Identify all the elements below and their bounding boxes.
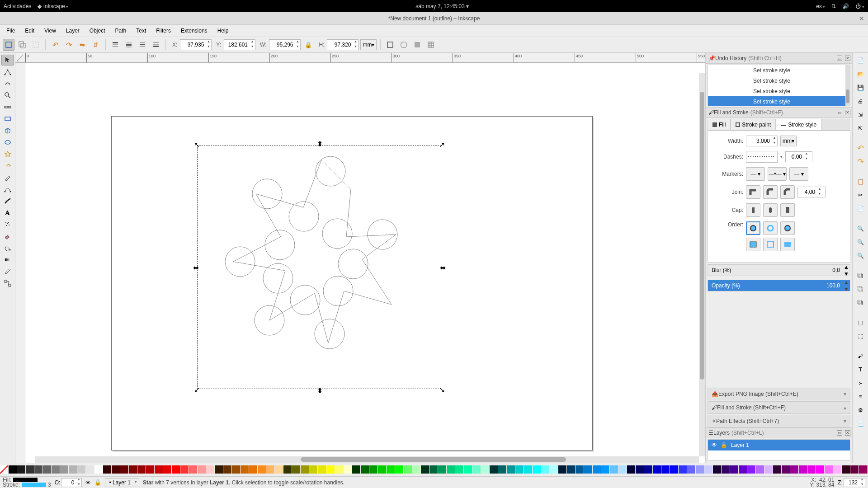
color-swatch[interactable] <box>86 465 94 474</box>
color-swatch[interactable] <box>163 465 171 474</box>
color-swatch[interactable] <box>223 465 231 474</box>
color-swatch[interactable] <box>292 465 300 474</box>
history-item[interactable]: Set stroke style <box>708 65 850 75</box>
pencil-tool[interactable] <box>1 172 14 183</box>
marker-end-select[interactable]: — ▾ <box>789 167 808 181</box>
text-tool[interactable]: A <box>1 207 14 218</box>
color-swatch[interactable] <box>661 465 670 474</box>
rotate-cw-button[interactable]: ↷ <box>63 39 75 51</box>
path-effects-panel[interactable]: ✧ Path Effects (Shift+Ctrl+7) <box>708 415 850 427</box>
color-swatch[interactable] <box>412 465 420 474</box>
print-button[interactable]: 🖨 <box>854 95 866 107</box>
color-swatch[interactable] <box>627 465 635 474</box>
fill-stroke-header[interactable]: 🖌 Fill and Stroke (Shift+Ctrl+F) ▭✕ <box>706 107 852 118</box>
panel-close-button[interactable]: ✕ <box>845 430 850 436</box>
w-input[interactable]: ▲▼ <box>269 39 301 50</box>
color-swatch[interactable] <box>215 465 223 474</box>
color-swatch[interactable] <box>687 465 695 474</box>
order-fms-button[interactable] <box>780 221 795 235</box>
color-swatch[interactable] <box>112 465 120 474</box>
ungroup-button[interactable]: ⬚ <box>854 330 866 342</box>
color-swatch[interactable] <box>301 465 309 474</box>
color-swatch[interactable] <box>541 465 549 474</box>
tweak-tool[interactable] <box>1 78 14 89</box>
color-swatch[interactable] <box>266 465 274 474</box>
redo-button[interactable]: ↷ <box>854 156 866 168</box>
dashes-select[interactable] <box>746 151 778 163</box>
opacity-slider[interactable]: Opacity (%) 100,0 ▲▼ <box>708 280 850 291</box>
color-swatch[interactable] <box>790 465 798 474</box>
history-item[interactable]: Set stroke style <box>708 75 850 86</box>
color-swatch[interactable] <box>670 465 678 474</box>
color-swatch[interactable] <box>404 465 412 474</box>
color-swatch[interactable] <box>507 465 515 474</box>
history-item[interactable]: Set stroke style <box>708 86 850 96</box>
group-button[interactable]: ⬚ <box>854 317 866 328</box>
join-round-button[interactable] <box>763 185 778 199</box>
bucket-tool[interactable] <box>1 243 14 253</box>
measure-tool[interactable] <box>1 102 14 113</box>
sel-handle-w[interactable]: ⬌ <box>193 264 199 271</box>
node-tool[interactable] <box>1 66 14 77</box>
lock-wh-button[interactable]: 🔒 <box>302 39 314 51</box>
color-swatch[interactable] <box>26 465 34 474</box>
rect-tool[interactable] <box>1 113 14 124</box>
color-swatch[interactable] <box>387 465 395 474</box>
color-swatch[interactable] <box>593 465 601 474</box>
keyboard-layout-indicator[interactable]: es <box>816 3 825 9</box>
color-swatch[interactable] <box>60 465 68 474</box>
order-smf-button[interactable] <box>763 238 778 251</box>
history-scrollbar[interactable] <box>845 65 850 106</box>
select-in-all-layers-button[interactable] <box>16 39 28 51</box>
color-swatch[interactable] <box>782 465 790 474</box>
layer-select[interactable]: • Layer 1 <box>105 478 139 487</box>
color-swatch[interactable] <box>644 465 652 474</box>
color-swatch[interactable] <box>704 465 712 474</box>
prefs-button[interactable]: ⚙ <box>854 404 866 416</box>
volume-icon[interactable]: 🔊 <box>842 3 849 9</box>
move-patterns-button[interactable] <box>425 39 437 51</box>
color-swatch[interactable] <box>232 465 240 474</box>
xml-editor-button[interactable]: ᚛ <box>854 377 866 389</box>
move-gradients-button[interactable] <box>411 39 423 51</box>
color-swatch[interactable] <box>318 465 326 474</box>
color-swatch[interactable] <box>447 465 455 474</box>
menu-object[interactable]: Object <box>85 26 110 36</box>
color-swatch[interactable] <box>352 465 360 474</box>
color-swatch[interactable] <box>601 465 609 474</box>
color-swatch[interactable] <box>679 465 687 474</box>
color-swatch[interactable] <box>189 465 197 474</box>
undo-history-header[interactable]: 📌 Undo History (Shift+Ctrl+H) ▭✕ <box>706 53 852 64</box>
open-button[interactable]: 📂 <box>854 68 866 80</box>
menu-filters[interactable]: Filters <box>151 26 175 36</box>
color-swatch[interactable] <box>326 465 335 474</box>
layer-name[interactable]: Layer 1 <box>731 442 749 448</box>
connector-tool[interactable] <box>1 278 14 289</box>
ellipse-tool[interactable] <box>1 137 14 148</box>
layers-header[interactable]: ☰ Layers (Shift+Ctrl+L) ▭✕ <box>706 427 852 438</box>
color-swatch[interactable] <box>816 465 824 474</box>
spiral-tool[interactable] <box>1 160 14 171</box>
color-swatch[interactable] <box>550 465 558 474</box>
color-swatch[interactable] <box>490 465 498 474</box>
color-swatch[interactable] <box>180 465 189 474</box>
color-swatch[interactable] <box>94 465 103 474</box>
menu-help[interactable]: Help <box>213 26 233 36</box>
scale-corners-button[interactable] <box>398 39 410 51</box>
order-mfs-button[interactable] <box>746 238 760 251</box>
cap-square-button[interactable] <box>780 203 795 217</box>
color-swatch[interactable] <box>155 465 163 474</box>
app-menu[interactable]: ◆ Inkscape <box>38 3 68 9</box>
copy-button[interactable]: 📋 <box>854 176 866 188</box>
menu-text[interactable]: Text <box>132 26 151 36</box>
layers-list[interactable]: 👁 🔓 Layer 1 <box>708 439 850 461</box>
stroke-width-input[interactable]: ▲▼ <box>746 136 778 146</box>
h-input[interactable]: ▲▼ <box>327 39 359 50</box>
window-close-button[interactable]: ✕ <box>859 15 864 22</box>
order-sfm-button[interactable] <box>763 221 778 235</box>
color-swatch[interactable] <box>653 465 661 474</box>
save-button[interactable]: 💾 <box>854 82 866 94</box>
lower-button[interactable] <box>137 39 148 51</box>
marker-mid-select[interactable]: —•— ▾ <box>768 167 787 181</box>
eraser-tool[interactable] <box>1 231 14 242</box>
